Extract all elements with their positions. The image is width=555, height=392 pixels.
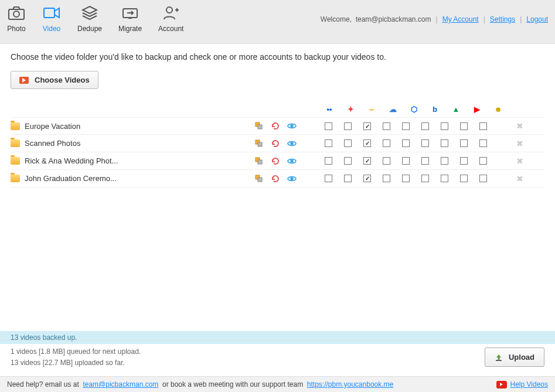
folder-icon [11,175,20,182]
svg-rect-17 [496,360,502,361]
duplicate-icon[interactable] [254,156,264,166]
service-checkbox-google-photos[interactable] [344,139,352,147]
flickr-service-icon: •• [325,104,334,114]
svg-rect-6 [258,125,262,129]
table-row: Europe Vacation✖ [11,117,544,135]
folder-grid: ••✦⌣☁⬡b▲▶☻ Europe Vacation✖Scanned Photo… [11,101,544,188]
video-icon [42,5,61,21]
upload-stats: 1 videos [1.8 MB] queued for next upload… [11,346,141,369]
svg-point-7 [291,125,293,127]
service-checkbox-smugmug[interactable] [363,175,371,182]
upload-button[interactable]: Upload [485,347,544,367]
settings-link[interactable]: Settings [490,15,515,23]
upload-button-label: Upload [509,353,534,362]
table-row: Rick & Ana Wedding Phot...✖ [11,152,544,170]
preview-icon[interactable] [287,121,297,131]
folder-name: Rick & Ana Wedding Phot... [25,156,118,165]
service-checkbox-flickr[interactable] [325,122,332,130]
preview-icon[interactable] [287,139,297,148]
remove-row-icon[interactable]: ✖ [516,121,523,131]
welcome-text: Welcome, team@picbackman.com [321,15,431,23]
service-checkbox-smugmug[interactable] [363,157,371,165]
duplicate-icon[interactable] [254,174,264,183]
service-checkbox-youtube[interactable] [460,122,468,130]
service-checkbox-other[interactable] [479,139,487,147]
refresh-icon[interactable] [271,156,280,166]
table-row: John Graduation Ceremo...✖ [11,170,544,188]
toolbar-video[interactable]: Video [42,5,61,33]
camera-icon [7,5,26,21]
service-checkbox-onedrive[interactable] [383,175,390,182]
service-checkbox-box[interactable] [421,139,429,147]
service-checkbox-youtube[interactable] [460,139,468,147]
upload-arrow-icon [495,353,503,362]
service-checkbox-flickr[interactable] [325,139,332,147]
service-checkbox-youtube[interactable] [460,175,468,182]
duplicate-icon[interactable] [254,121,264,131]
service-checkbox-other[interactable] [479,122,487,130]
folder-icon [11,122,20,130]
toolbar-photo[interactable]: Photo [7,5,26,33]
service-checkbox-dropbox[interactable] [402,175,410,182]
account-bar: Welcome, team@picbackman.com | My Accoun… [321,5,548,23]
person-icon [162,5,181,21]
service-checkbox-google-photos[interactable] [344,122,352,130]
preview-icon[interactable] [287,174,297,183]
choose-videos-label: Choose Videos [35,76,90,84]
folder-name: John Graduation Ceremo... [25,174,117,183]
dropbox-service-icon: ⬡ [409,104,418,114]
remove-row-icon[interactable]: ✖ [516,139,523,148]
footer-email-link[interactable]: team@picbackman.com [83,380,158,388]
choose-videos-button[interactable]: Choose Videos [11,71,98,89]
remove-row-icon[interactable]: ✖ [516,174,523,183]
my-account-link[interactable]: My Account [442,15,479,23]
toolbar-label: Migrate [118,25,142,33]
service-checkbox-google-photos[interactable] [344,175,352,182]
google-photos-service-icon: ✦ [346,104,355,114]
service-checkbox-flickr[interactable] [325,157,332,165]
service-checkbox-smugmug[interactable] [363,139,371,147]
layers-icon [80,5,99,21]
service-checkbox-google-drive[interactable] [441,157,448,165]
footer-booking-link[interactable]: https://pbm.youcanbook.me [307,380,393,388]
help-videos-link[interactable]: Help Videos [510,380,549,388]
table-row: Scanned Photos✖ [11,135,544,152]
refresh-icon[interactable] [271,174,280,183]
folder-name: Scanned Photos [25,139,80,148]
toolbar-migrate[interactable]: Migrate [118,5,142,33]
toolbar-dedupe[interactable]: Dedupe [77,5,102,33]
youtube-service-icon: ▶ [472,104,482,114]
service-checkbox-flickr[interactable] [325,175,332,182]
logout-link[interactable]: Logout [526,15,548,23]
service-checkbox-smugmug[interactable] [363,122,371,130]
service-checkbox-dropbox[interactable] [402,157,410,165]
top-toolbar: PhotoVideoDedupeMigrateAccount Welcome, … [0,0,555,44]
preview-icon[interactable] [287,156,297,166]
refresh-icon[interactable] [271,121,280,131]
remove-row-icon[interactable]: ✖ [516,156,523,166]
duplicate-icon[interactable] [254,139,264,148]
service-checkbox-box[interactable] [421,157,429,165]
service-checkbox-onedrive[interactable] [383,122,390,130]
smugmug-service-icon: ⌣ [367,104,376,114]
toolbar-account[interactable]: Account [158,5,183,33]
service-checkbox-dropbox[interactable] [402,122,410,130]
service-checkbox-google-drive[interactable] [441,139,448,147]
service-checkbox-google-drive[interactable] [441,175,448,182]
service-checkbox-google-drive[interactable] [441,122,448,130]
service-checkbox-other[interactable] [479,157,487,165]
service-checkbox-box[interactable] [421,175,429,182]
service-checkbox-dropbox[interactable] [402,139,410,147]
refresh-icon[interactable] [271,139,280,148]
service-checkbox-other[interactable] [479,175,487,182]
toolbar-label: Photo [7,25,25,33]
service-checkbox-onedrive[interactable] [383,139,390,147]
service-checkbox-box[interactable] [421,122,429,130]
folder-name: Europe Vacation [25,122,80,131]
service-checkbox-google-photos[interactable] [344,157,352,165]
folder-icon [11,157,20,165]
other-service-icon: ☻ [493,104,503,114]
service-checkbox-youtube[interactable] [460,157,468,165]
svg-point-13 [291,160,293,162]
service-checkbox-onedrive[interactable] [383,157,390,165]
